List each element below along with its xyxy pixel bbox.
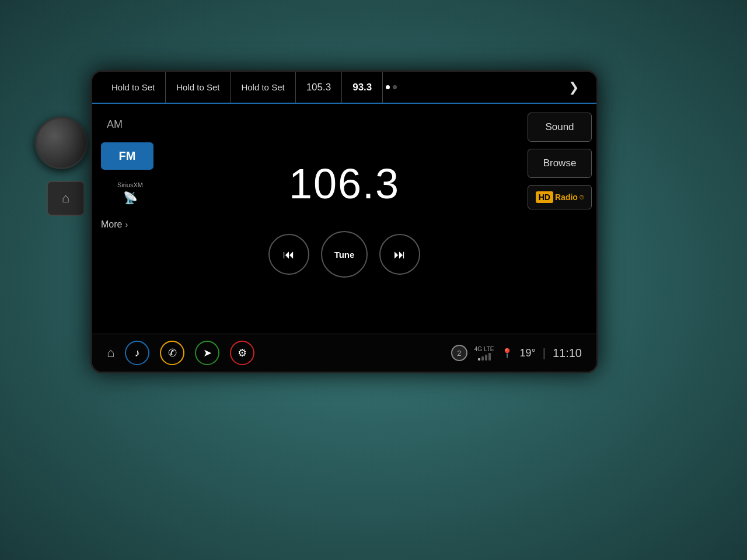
prev-icon: ⏮ — [283, 248, 295, 261]
signal-bar-4 — [488, 353, 491, 360]
preset-5-active[interactable]: 93.3 — [342, 72, 383, 103]
app-nav-button[interactable]: ⚙ — [230, 341, 254, 365]
siriusxm-icon: 📡 — [123, 191, 138, 205]
more-button[interactable]: More › — [101, 219, 159, 230]
preset-2[interactable]: Hold to Set — [166, 72, 231, 103]
right-sidebar: Sound Browse HD Radio ® — [521, 104, 596, 334]
hd-radio-logo: HD Radio ® — [536, 191, 584, 203]
dot-1 — [386, 85, 390, 89]
playback-controls: ⏮ Tune ⏭ — [268, 231, 420, 278]
preset-1[interactable]: Hold to Set — [101, 72, 166, 103]
temperature-display: 19° — [520, 347, 536, 359]
preset-next-button[interactable]: ❯ — [560, 80, 588, 95]
preset-bar: Hold to Set Hold to Set Hold to Set 105.… — [92, 72, 596, 104]
bottom-nav-bar: ⌂ ♪ ✆ ➤ ⚙ 2 4G LTE — [92, 334, 596, 372]
lte-label: 4G LTE — [474, 346, 494, 352]
hd-reg-symbol: ® — [580, 194, 584, 201]
nav-arrow-icon: ➤ — [203, 346, 212, 359]
hd-radio-button[interactable]: HD Radio ® — [528, 185, 592, 209]
main-content: AM FM SiriusXM 📡 More › 106.3 ⏮ — [92, 104, 596, 334]
navigation-nav-button[interactable]: ➤ — [195, 341, 219, 365]
dot-2 — [393, 85, 397, 89]
hd-radio-text: Radio — [555, 192, 578, 202]
clock-display: 11:10 — [553, 346, 582, 360]
preset-3[interactable]: Hold to Set — [231, 72, 295, 103]
screen-content: Hold to Set Hold to Set Hold to Set 105.… — [92, 72, 596, 372]
status-area: 2 4G LTE 📍 19° | 11:10 — [451, 345, 582, 361]
more-chevron-icon: › — [125, 220, 128, 229]
home-physical-button[interactable]: ⌂ — [47, 181, 85, 216]
volume-knob[interactable] — [35, 117, 88, 169]
signal-bar-1 — [478, 358, 480, 360]
app-icon: ⚙ — [238, 346, 247, 359]
preset-4[interactable]: 105.3 — [296, 72, 343, 103]
infotainment-screen: Hold to Set Hold to Set Hold to Set 105.… — [90, 70, 598, 373]
fm-band-button[interactable]: FM — [101, 142, 153, 170]
phone-icon: ✆ — [168, 346, 177, 359]
hd-box-label: HD — [536, 191, 553, 203]
music-icon: ♪ — [135, 347, 140, 359]
more-label: More — [101, 219, 122, 230]
page-dots — [383, 85, 400, 89]
left-sidebar: AM FM SiriusXM 📡 More › — [92, 104, 168, 334]
prev-button[interactable]: ⏮ — [268, 234, 309, 275]
center-area: 106.3 ⏮ Tune ⏭ — [168, 104, 521, 334]
signal-bar-2 — [481, 356, 484, 360]
sound-button[interactable]: Sound — [528, 113, 592, 142]
home-nav-icon[interactable]: ⌂ — [107, 345, 114, 360]
am-band-button[interactable]: AM — [101, 116, 159, 134]
signal-bar-3 — [485, 355, 487, 360]
tune-button[interactable]: Tune — [321, 231, 368, 278]
frequency-display: 106.3 — [289, 160, 400, 208]
signal-bars — [478, 352, 491, 360]
divider: | — [543, 346, 546, 360]
phone-nav-button[interactable]: ✆ — [160, 341, 184, 365]
location-icon: 📍 — [501, 348, 513, 359]
siriusxm-button[interactable]: SiriusXM 📡 — [101, 181, 159, 205]
next-icon: ⏭ — [394, 248, 406, 261]
music-nav-button[interactable]: ♪ — [125, 341, 149, 365]
signal-area: 4G LTE — [474, 346, 494, 360]
user-badge: 2 — [451, 345, 467, 361]
siriusxm-label: SiriusXM — [117, 181, 143, 189]
home-physical-icon: ⌂ — [62, 191, 69, 206]
tune-label: Tune — [334, 250, 355, 260]
next-button[interactable]: ⏭ — [379, 234, 420, 275]
browse-button[interactable]: Browse — [528, 149, 592, 178]
